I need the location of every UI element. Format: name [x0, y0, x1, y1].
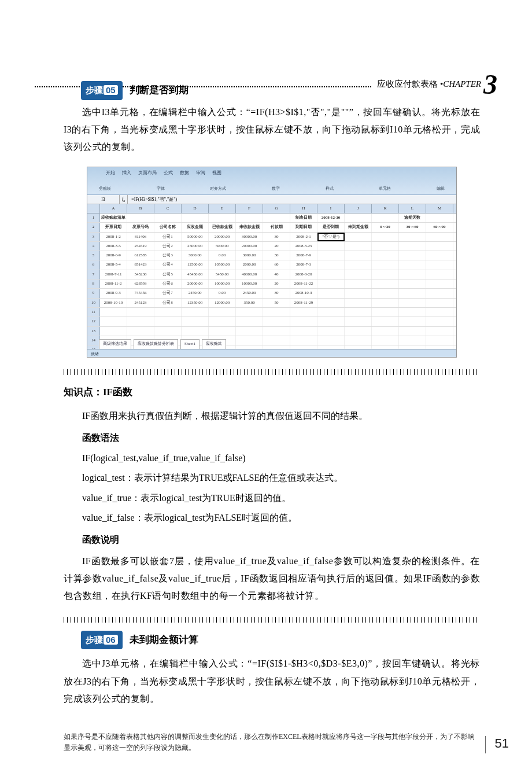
cell[interactable] — [345, 299, 372, 307]
ribbon-tab[interactable]: 审阅 — [196, 168, 205, 177]
cell[interactable] — [372, 327, 399, 336]
cell[interactable] — [127, 214, 154, 222]
cell[interactable] — [236, 308, 263, 317]
cell[interactable] — [345, 260, 372, 269]
cell[interactable]: 745456 — [127, 289, 154, 297]
cell[interactable] — [317, 279, 345, 288]
cell[interactable]: 5450.00 — [209, 270, 236, 279]
cell[interactable]: 2008-11-29 — [290, 299, 317, 307]
table-row[interactable]: 13 — [87, 327, 456, 336]
row-number[interactable]: 4 — [87, 242, 100, 251]
table-row[interactable]: 92008-9-3745456公司72450.000.002450.003020… — [87, 289, 456, 298]
table-row[interactable]: 52008-6-9612585公司33000.000.003000.003020… — [87, 251, 456, 260]
cell[interactable]: 20000.00 — [236, 242, 263, 251]
cell[interactable] — [372, 214, 399, 222]
cell[interactable]: 12350.00 — [182, 299, 209, 307]
col-header[interactable]: G — [263, 204, 290, 213]
cell[interactable] — [290, 308, 317, 317]
row-number[interactable]: 10 — [87, 299, 100, 307]
spreadsheet-grid[interactable]: ABCDEFGHIJKLM 1应收账款清单制表日期2008-12-30逾期天数 … — [87, 204, 456, 358]
column-headers[interactable]: ABCDEFGHIJKLM — [87, 204, 456, 214]
cell[interactable]: 2008-7-3 — [290, 260, 317, 269]
cell[interactable] — [317, 327, 345, 336]
table-row[interactable]: 72008-7-11545238公司545450.005450.0040000.… — [87, 270, 456, 279]
cell[interactable] — [399, 251, 426, 260]
cell[interactable] — [209, 308, 236, 317]
cell[interactable] — [426, 336, 453, 345]
cell[interactable]: 制表日期 — [290, 214, 317, 222]
cell[interactable] — [317, 317, 345, 326]
cell[interactable] — [426, 251, 453, 260]
cell[interactable] — [426, 317, 453, 326]
cell[interactable] — [345, 251, 372, 260]
cell[interactable]: 2008-11-2 — [100, 279, 127, 288]
cell[interactable] — [426, 279, 453, 288]
formula-text[interactable]: =IF(H3>$I$1,"否","是") — [128, 195, 177, 204]
cell[interactable]: 350.00 — [236, 299, 263, 307]
cell[interactable] — [263, 308, 290, 317]
cell[interactable] — [372, 308, 399, 317]
cell[interactable]: 10500.00 — [209, 260, 236, 269]
cell[interactable] — [236, 317, 263, 326]
cell[interactable] — [127, 308, 154, 317]
row-number[interactable]: 3 — [87, 233, 100, 241]
cell[interactable] — [372, 260, 399, 269]
sheet-tab[interactable]: Sheet1 — [180, 339, 200, 348]
cell[interactable] — [263, 317, 290, 326]
cell[interactable] — [154, 308, 182, 317]
cell[interactable] — [426, 308, 453, 317]
cell[interactable] — [127, 317, 154, 326]
table-row[interactable]: 102008-10-10245123公司812350.0012000.00350… — [87, 299, 456, 308]
cell[interactable] — [263, 327, 290, 336]
sheet-tabs[interactable]: 高级筛选结果应收账款账龄分析表Sheet1应收账款 — [99, 339, 226, 348]
cell[interactable]: 0.00 — [209, 289, 236, 297]
cell[interactable] — [290, 336, 317, 345]
cell[interactable] — [372, 317, 399, 326]
cell[interactable] — [372, 251, 399, 260]
cell[interactable] — [345, 327, 372, 336]
cell[interactable] — [236, 214, 263, 222]
cell[interactable]: 245123 — [127, 299, 154, 307]
col-header[interactable]: B — [127, 204, 154, 213]
cell[interactable] — [209, 317, 236, 326]
cell[interactable] — [263, 214, 290, 222]
row-number[interactable]: 7 — [87, 270, 100, 279]
cell[interactable]: 811406 — [127, 233, 154, 241]
cell[interactable] — [399, 289, 426, 297]
col-header[interactable]: E — [209, 204, 236, 213]
cell[interactable] — [372, 299, 399, 307]
cell[interactable] — [345, 289, 372, 297]
cell[interactable] — [127, 327, 154, 336]
table-row[interactable]: 82008-11-2628593公司620000.0010000.0010000… — [87, 279, 456, 289]
table-header-cell[interactable]: 30～60 — [399, 223, 426, 231]
col-header[interactable] — [87, 204, 100, 213]
cell[interactable]: 2008-7-11 — [100, 270, 127, 279]
cell[interactable] — [426, 233, 453, 241]
cell[interactable] — [317, 242, 345, 251]
cell[interactable]: 2008-11-22 — [290, 279, 317, 288]
fx-icon[interactable]: fx — [120, 194, 128, 204]
cell[interactable] — [317, 289, 345, 297]
cell[interactable] — [399, 336, 426, 345]
row-number[interactable]: 9 — [87, 289, 100, 297]
cell[interactable]: 3000.00 — [236, 251, 263, 260]
cell[interactable]: 20000.00 — [182, 279, 209, 288]
cell[interactable] — [290, 327, 317, 336]
cell[interactable]: 5000.00 — [209, 242, 236, 251]
sheet-tab[interactable]: 应收账款账龄分析表 — [134, 339, 178, 348]
cell[interactable]: 公司1 — [154, 233, 182, 241]
table-row[interactable]: 12 — [87, 317, 456, 326]
ribbon-tabs[interactable]: 开始插入页面布局公式数据审阅视图 — [106, 168, 221, 177]
cell[interactable]: 628593 — [127, 279, 154, 288]
row-number[interactable]: 12 — [87, 317, 100, 326]
cell[interactable] — [372, 289, 399, 297]
cell[interactable] — [154, 317, 182, 326]
cell[interactable] — [426, 270, 453, 279]
cell[interactable]: 254519 — [127, 242, 154, 251]
cell[interactable]: 30 — [263, 251, 290, 260]
col-header[interactable]: M — [426, 204, 453, 213]
cell[interactable] — [345, 270, 372, 279]
cell[interactable]: 12000.00 — [209, 299, 236, 307]
cell[interactable]: 2008-10-10 — [100, 299, 127, 307]
cell[interactable]: 50 — [263, 299, 290, 307]
